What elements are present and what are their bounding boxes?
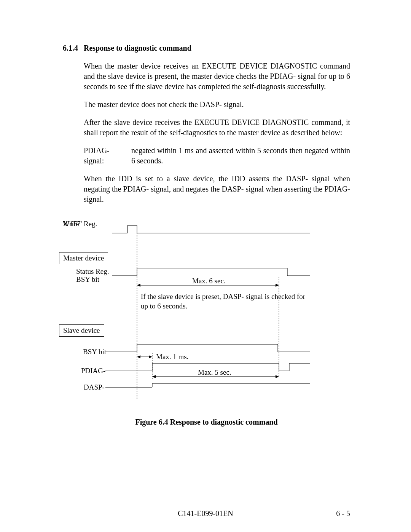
svg-marker-4 xyxy=(137,355,140,358)
svg-marker-1 xyxy=(137,284,140,287)
label-max-1-ms: Max. 1 ms. xyxy=(156,353,189,361)
timing-diagram: X'1F7' Reg. Write Master device Status R… xyxy=(63,220,352,410)
pdiag-signal-desc: negated within 1 ms and asserted within … xyxy=(131,145,350,166)
box-slave-device: Slave device xyxy=(59,324,104,337)
label-pdiag: PDIAG- xyxy=(81,367,105,375)
label-dasp: DASP- xyxy=(84,383,105,391)
section-heading: 6.1.4 Response to diagnostic command xyxy=(63,44,350,53)
paragraph-3: After the slave device receives the EXEC… xyxy=(84,117,350,138)
timing-diagram-svg xyxy=(63,220,352,410)
label-max-5-sec: Max. 5 sec. xyxy=(198,368,231,377)
label-dasp-note: If the slave device is preset, DASP- sig… xyxy=(141,292,308,311)
paragraph-5: When the IDD is set to a slave device, t… xyxy=(84,174,350,204)
label-max-6-sec: Max. 6 sec. xyxy=(192,277,226,285)
page: 6.1.4 Response to diagnostic command Whe… xyxy=(0,0,411,532)
footer-page-number: 6 - 5 xyxy=(336,509,350,518)
paragraph-2: The master device does not check the DAS… xyxy=(84,99,350,110)
paragraph-4: PDIAG- signal: negated within 1 ms and a… xyxy=(84,145,350,166)
svg-marker-2 xyxy=(276,284,279,287)
box-master-device: Master device xyxy=(59,252,108,264)
section-number: 6.1.4 xyxy=(63,44,84,53)
label-x1f7-write: Write xyxy=(63,220,79,228)
figure-caption: Figure 6.4 Response to diagnostic comman… xyxy=(63,418,350,427)
paragraph-1: When the master device receives an EXECU… xyxy=(84,61,350,92)
svg-marker-5 xyxy=(149,355,152,358)
svg-marker-8 xyxy=(276,375,279,378)
pdiag-signal-label: PDIAG- signal: xyxy=(84,145,131,166)
section-title: Response to diagnostic command xyxy=(84,44,191,53)
label-status-reg: Status Reg. xyxy=(76,267,109,276)
label-bsy-bit-slave: BSY bit xyxy=(83,348,106,356)
svg-marker-7 xyxy=(152,375,156,378)
label-bsy-bit-master: BSY bit xyxy=(76,275,99,284)
